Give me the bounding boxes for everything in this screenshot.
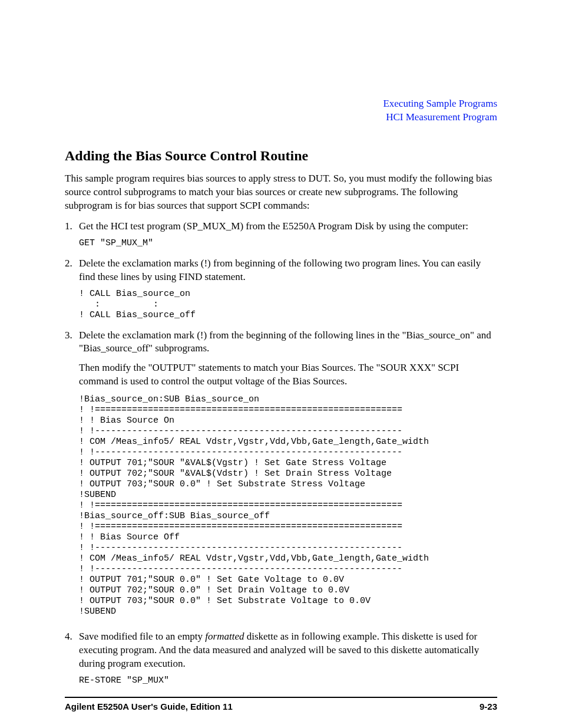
step-4: 4. Save modified file to an empty format…	[65, 630, 497, 671]
intro-paragraph: This sample program requires bias source…	[65, 172, 497, 213]
step-2: 2. Delete the exclamation marks (!) from…	[65, 257, 497, 284]
step-number: 4.	[65, 630, 79, 671]
section-heading: Adding the Bias Source Control Routine	[65, 148, 497, 164]
step-body: Delete the exclamation mark (!) from the…	[79, 329, 497, 626]
code-block: RE-STORE "SP_MUX"	[79, 676, 497, 686]
step-number: 3.	[65, 329, 79, 626]
step-body: Delete the exclamation marks (!) from be…	[79, 257, 497, 284]
header-breadcrumb: Executing Sample Programs HCI Measuremen…	[65, 97, 497, 124]
footer-right: 9-23	[480, 701, 497, 711]
step-text-pre: Save modified file to an empty	[79, 631, 205, 642]
page-footer: Agilent E5250A User's Guide, Edition 11 …	[65, 697, 497, 711]
header-line1: Executing Sample Programs	[65, 97, 497, 111]
step-text: Get the HCI test program (SP_MUX_M) from…	[79, 220, 468, 232]
step-body: Get the HCI test program (SP_MUX_M) from…	[79, 220, 497, 233]
header-line2: HCI Measurement Program	[65, 111, 497, 124]
code-block: !Bias_source_on:SUB Bias_source_on ! !==…	[79, 394, 497, 617]
step-text: Delete the exclamation marks (!) from be…	[79, 258, 481, 282]
step-number: 2.	[65, 257, 79, 284]
step-text-italic: formatted	[205, 631, 244, 642]
step-3: 3. Delete the exclamation mark (!) from …	[65, 329, 497, 626]
step-body: Save modified file to an empty formatted…	[79, 630, 497, 671]
step-text-1: Delete the exclamation mark (!) from the…	[79, 329, 497, 356]
step-number: 1.	[65, 220, 79, 233]
document-page: Executing Sample Programs HCI Measuremen…	[0, 0, 562, 728]
code-block: ! CALL Bias_source_on : : ! CALL Bias_so…	[79, 289, 497, 321]
step-1: 1. Get the HCI test program (SP_MUX_M) f…	[65, 220, 497, 233]
footer-left: Agilent E5250A User's Guide, Edition 11	[65, 701, 233, 711]
step-text-2: Then modify the "OUTPUT" statements to m…	[79, 361, 497, 388]
code-block: GET "SP_MUX_M"	[79, 238, 497, 249]
